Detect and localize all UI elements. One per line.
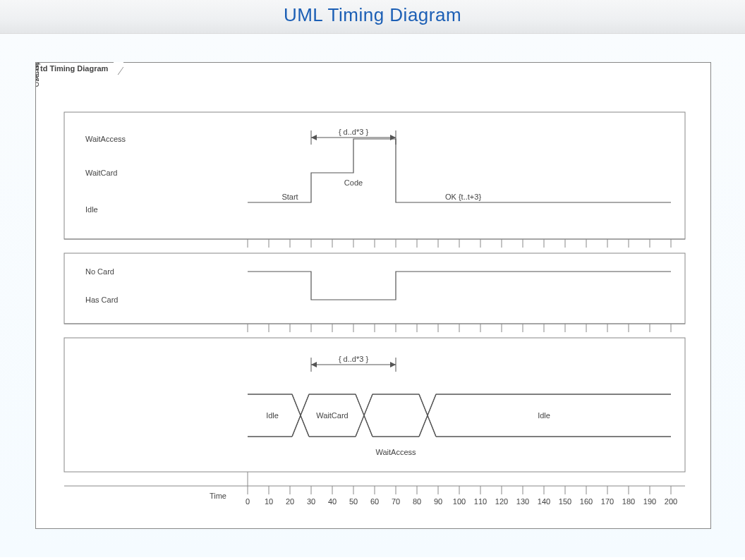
acsystem-state-nocard: No Card [85,267,114,276]
useraccepted-constraint: { d..d*3 } [311,355,396,372]
svg-marker-56 [390,362,396,367]
time-tick-label: 170 [601,497,614,506]
time-tick-label: 160 [580,497,593,506]
tick-row-2 [64,324,685,332]
user-constraint-label: { d..d*3 } [339,128,369,136]
time-tick-label: 80 [413,497,421,506]
time-tick-label: 140 [538,497,550,506]
time-tick-label: 50 [349,497,358,506]
diagram-canvas: td Timing Diagram User WaitAccess WaitCa… [0,34,745,557]
useraccepted-constraint-label: { d..d*3 } [339,355,369,363]
time-tick-label: 70 [392,497,400,506]
time-tick-label: 190 [643,497,656,506]
useraccepted-state-idle1: Idle [266,411,279,420]
user-state-waitaccess: WaitAccess [85,135,126,143]
user-msg-start: Start [281,193,298,201]
time-tick-label: 180 [622,497,635,506]
svg-rect-28 [64,253,685,324]
user-msg-code: Code [344,178,363,187]
time-tick-label: 150 [559,497,571,506]
lifeline-useraccepted: UserAccepted { d..d*3 } [36,63,685,472]
svg-marker-55 [311,362,317,367]
user-msg-ok: OK {t..t+3} [445,193,481,201]
time-tick-label: 30 [307,497,315,506]
time-tick-label: 60 [370,497,379,506]
svg-rect-51 [64,338,685,472]
user-state-idle: Idle [85,205,98,214]
time-tick-label: 40 [328,497,337,506]
time-tick-label: 0 [246,497,250,506]
user-state-waitcard: WaitCard [85,169,117,177]
svg-marker-5 [390,135,396,140]
useraccepted-state-waitcard: WaitCard [316,411,348,420]
page-title: UML Timing Diagram [284,4,461,25]
time-tick-label: 20 [286,497,294,506]
time-axis-label: Time [210,492,226,500]
time-tick-label: 90 [434,497,442,506]
useraccepted-state-idle2: Idle [538,411,550,420]
lifeline-user: User WaitAccess WaitCard Idle { d..d*3 } [36,63,685,239]
svg-marker-4 [311,135,317,140]
time-tick-label: 100 [453,497,466,506]
lifeline-useraccepted-label: UserAccepted [36,63,40,87]
useraccepted-waveform [248,394,671,437]
acsystem-waveform [248,272,671,300]
acsystem-state-hascard: Has Card [85,296,118,304]
time-tick-label: 110 [474,497,487,506]
page-header: UML Timing Diagram [0,0,745,34]
interaction-frame: td Timing Diagram User WaitAccess WaitCa… [35,62,711,529]
time-tick-label: 10 [265,497,273,506]
timing-diagram-svg: User WaitAccess WaitCard Idle { d..d*3 } [36,63,710,528]
svg-rect-0 [64,112,685,239]
time-tick-label: 130 [516,497,529,506]
time-tick-label: 120 [495,497,508,506]
lifeline-acsystem: ACSystem No Card Has Card [36,63,685,324]
useraccepted-state-waitaccess: WaitAccess [375,448,416,456]
tick-row-1 [64,239,685,248]
time-tick-label: 200 [665,497,677,506]
time-axis: Time 01020304050607080901001101201301401… [64,472,685,506]
